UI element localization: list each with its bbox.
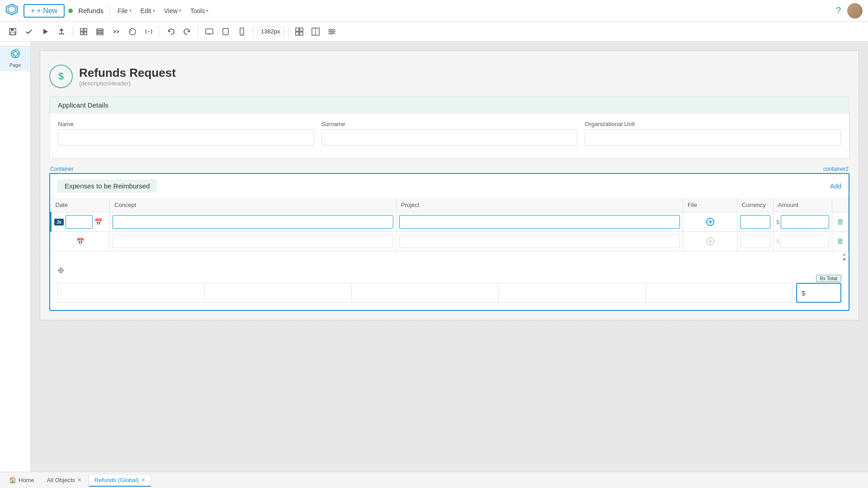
undo-button[interactable] bbox=[164, 24, 178, 39]
menu-edit[interactable]: Edit ▾ bbox=[138, 7, 158, 14]
row1-project-cell bbox=[396, 212, 683, 232]
desktop-button[interactable] bbox=[202, 24, 217, 39]
components-button[interactable] bbox=[76, 24, 91, 39]
currency-symbol-1: $ bbox=[776, 219, 779, 225]
code-button[interactable] bbox=[125, 24, 140, 39]
plus-icon: + bbox=[31, 7, 35, 15]
col-currency: Currency bbox=[737, 198, 774, 212]
chevron-down-icon: ▾ bbox=[153, 8, 155, 13]
calendar-icon-2[interactable]: 📅 bbox=[76, 238, 84, 245]
menu-file[interactable]: File ▾ bbox=[115, 7, 134, 14]
panels-button[interactable] bbox=[308, 24, 323, 39]
row2-delete-cell: 🗑 bbox=[832, 232, 849, 251]
check-button[interactable] bbox=[22, 24, 36, 39]
expenses-table-body: Js 📅 bbox=[51, 212, 849, 251]
mobile-button[interactable] bbox=[235, 24, 249, 39]
total-empty-cells bbox=[57, 283, 793, 303]
new-button-label: + New bbox=[37, 7, 57, 15]
tablet-button[interactable] bbox=[218, 24, 233, 39]
svg-rect-5 bbox=[84, 28, 87, 31]
row2-concept-cell bbox=[110, 232, 396, 251]
svg-rect-20 bbox=[296, 28, 299, 31]
layers-button[interactable] bbox=[93, 24, 107, 39]
move-icon[interactable]: ✥ bbox=[57, 266, 64, 275]
total-cell-1 bbox=[57, 283, 205, 303]
avatar bbox=[847, 3, 863, 19]
help-icon[interactable]: ? bbox=[836, 5, 841, 16]
app-title: Refunds bbox=[78, 7, 104, 14]
add-button[interactable]: Add bbox=[830, 183, 841, 190]
row2-concept-input[interactable] bbox=[113, 235, 393, 248]
row2-currency-input[interactable] bbox=[740, 235, 770, 248]
org-unit-input[interactable] bbox=[585, 129, 841, 145]
row1-date-input[interactable] bbox=[66, 215, 93, 229]
svg-rect-9 bbox=[97, 31, 103, 33]
row2-date-cell: 📅 bbox=[51, 232, 110, 251]
row1-project-input[interactable] bbox=[399, 215, 680, 229]
svg-point-29 bbox=[330, 29, 331, 31]
col-amount: Amount bbox=[774, 198, 832, 212]
sidebar-page-label: Page bbox=[9, 62, 21, 68]
canvas-area: $ Refunds Request {descriptionHeader} Ap… bbox=[31, 42, 868, 472]
publish-button[interactable] bbox=[54, 24, 69, 39]
new-button[interactable]: + + New bbox=[24, 4, 65, 18]
row1-amount-input[interactable] bbox=[781, 215, 829, 229]
run-button[interactable] bbox=[38, 24, 52, 39]
html-button[interactable] bbox=[142, 24, 156, 39]
delete-row1-button[interactable]: 🗑 bbox=[837, 218, 844, 225]
close-tab-all-objects[interactable]: ✕ bbox=[77, 477, 81, 483]
table-row: Js 📅 bbox=[51, 212, 849, 232]
upload-icon[interactable] bbox=[686, 217, 734, 226]
toolbar-separator-2 bbox=[160, 26, 160, 38]
settings-button[interactable] bbox=[325, 24, 339, 39]
row1-currency-cell bbox=[737, 212, 774, 232]
redo-button[interactable] bbox=[180, 24, 194, 39]
row2-currency-cell bbox=[737, 232, 774, 251]
home-icon: 🏠 bbox=[9, 477, 16, 483]
row1-concept-cell bbox=[110, 212, 396, 232]
sidebar-item-page[interactable]: Page bbox=[0, 45, 30, 71]
total-badge-label: Total bbox=[827, 276, 837, 281]
save-button[interactable] bbox=[5, 24, 20, 39]
dollar-icon: $ bbox=[58, 70, 64, 82]
rx-icon: Rx bbox=[820, 276, 826, 281]
row1-currency-input[interactable] bbox=[740, 215, 770, 229]
form-header: $ Refunds Request {descriptionHeader} bbox=[49, 60, 849, 93]
surname-field-group: Surname bbox=[321, 121, 578, 145]
sidebar: Page bbox=[0, 42, 31, 472]
name-input[interactable] bbox=[58, 129, 314, 145]
data-button[interactable] bbox=[109, 24, 123, 39]
tab-refunds-global[interactable]: Refunds (Global) ✕ bbox=[89, 474, 151, 487]
svg-rect-2 bbox=[10, 32, 15, 35]
col-project: Project bbox=[396, 198, 683, 212]
menu-tools[interactable]: Tools ▾ bbox=[188, 7, 212, 14]
tab-home[interactable]: 🏠 Home bbox=[4, 474, 40, 487]
delete-row2-button[interactable]: 🗑 bbox=[837, 237, 844, 245]
toolbar-separator-4 bbox=[253, 26, 253, 38]
svg-rect-21 bbox=[300, 28, 303, 31]
row2-amount-input[interactable] bbox=[781, 235, 829, 248]
calendar-icon[interactable]: 📅 bbox=[94, 218, 102, 225]
tab-all-objects[interactable]: All Objects ✕ bbox=[42, 474, 87, 487]
expenses-header: Expenses to be Reimbursed Add bbox=[50, 174, 849, 198]
name-field-group: Name bbox=[58, 121, 314, 145]
logo-icon bbox=[5, 3, 18, 19]
row2-project-cell bbox=[396, 232, 683, 251]
svg-point-30 bbox=[332, 31, 334, 33]
svg-rect-13 bbox=[206, 29, 213, 34]
menu-view[interactable]: View ▾ bbox=[161, 7, 184, 14]
page-frame: $ Refunds Request {descriptionHeader} Ap… bbox=[40, 51, 859, 320]
row1-concept-input[interactable] bbox=[113, 215, 393, 229]
bottom-tabs: 🏠 Home All Objects ✕ Refunds (Global) ✕ bbox=[0, 472, 868, 488]
applicant-section-body: Name Surname Organizational Unit bbox=[50, 113, 849, 158]
total-section: Rx Total $ bbox=[50, 279, 849, 310]
main-layout: Page $ Refunds Request {descriptionHeade… bbox=[0, 42, 868, 472]
close-tab-refunds[interactable]: ✕ bbox=[141, 477, 145, 483]
upload-icon-2[interactable] bbox=[686, 237, 734, 246]
chevron-down-icon: ▾ bbox=[129, 8, 132, 13]
grid-layout-button[interactable] bbox=[292, 24, 307, 39]
surname-input[interactable] bbox=[321, 129, 578, 145]
currency-symbol-2: $ bbox=[776, 238, 779, 245]
row2-project-input[interactable] bbox=[399, 235, 680, 248]
total-cell-3 bbox=[352, 283, 499, 303]
